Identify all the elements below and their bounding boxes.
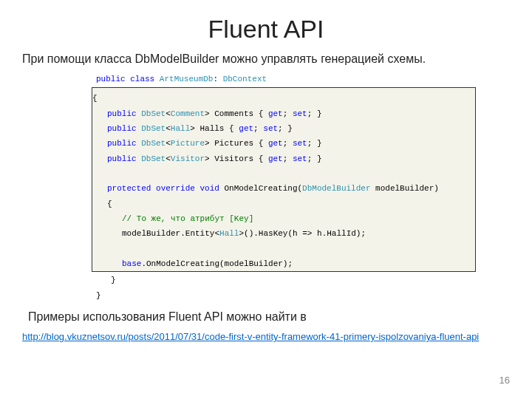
code-line: { [92, 91, 475, 106]
footer-text: Примеры использования Fluent API можно н… [28, 310, 510, 324]
reference-link[interactable]: http://blog.vkuznetsov.ru/posts/2011/07/… [22, 331, 479, 342]
subtitle: При помощи класса DbModelBuilder можно у… [22, 52, 510, 66]
code-block: public class ArtMuseumDb: DbContext { pu… [96, 72, 510, 303]
code-line: { [92, 197, 475, 211]
code-line: modelBuilder.Entity<Hall>().HasKey(h => … [92, 226, 475, 241]
page-title: Fluent API [22, 15, 510, 44]
code-line: public DbSet<Hall> Halls { get; set; } [92, 121, 475, 136]
code-line-classdecl: public class ArtMuseumDb: DbContext [96, 72, 510, 86]
code-box: { public DbSet<Comment> Comments { get; … [92, 87, 476, 272]
code-line: public DbSet<Picture> Pictures { get; se… [92, 136, 475, 151]
code-line [92, 242, 475, 256]
code-line: protected override void OnModelCreating(… [92, 181, 475, 196]
code-line: public DbSet<Visitor> Visitors { get; se… [92, 151, 475, 166]
code-line: } [96, 273, 510, 287]
code-line-comment: // То же, что атрибут [Key] [92, 211, 475, 226]
code-line: base.OnModelCreating(modelBuilder); [92, 256, 475, 271]
page-number: 16 [499, 375, 510, 386]
code-line: } [96, 288, 510, 303]
code-line [92, 166, 475, 181]
code-line: public DbSet<Comment> Comments { get; se… [92, 106, 475, 121]
